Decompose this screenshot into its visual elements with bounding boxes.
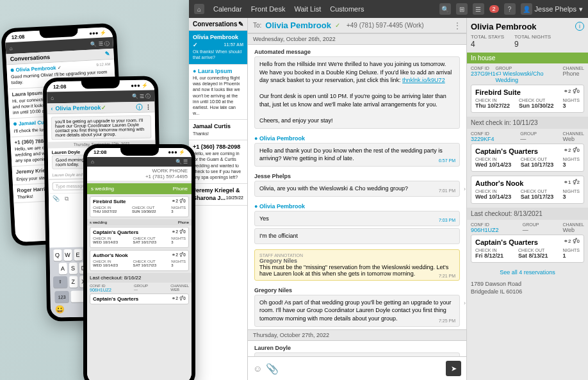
status-in-house: In house: [467, 53, 588, 63]
staff-annotation: STAFF ANNOTATIONGregory NilesThis must b…: [254, 249, 460, 281]
info-icon[interactable]: i: [136, 104, 142, 110]
chat-input-bar: ☺ 📎 ➤: [248, 356, 466, 380]
chat-header: To: Olivia Pembrook✓ +49 (781) 597-4495 …: [248, 18, 466, 33]
message-bubble: you'll be getting an upgrade to your roo…: [51, 115, 152, 140]
work-phone: +1 (781) 597-4495: [91, 174, 188, 179]
emoji-icon[interactable]: ☺: [253, 363, 262, 374]
guest-name: Olivia Pembrook: [471, 22, 584, 31]
more-icon[interactable]: ⋮: [453, 21, 461, 30]
attach-icon[interactable]: 📎: [53, 195, 60, 202]
work-phone-label: WORK PHONE: [91, 168, 188, 174]
nav-frontdesk[interactable]: Front Desk: [251, 5, 286, 13]
phone-mockup-3: 12:08●●● ⚡ ⌂🔍 ☰ WORK PHONE+1 (781) 597-4…: [83, 144, 195, 380]
more-icon[interactable]: ⋮: [145, 104, 151, 110]
top-nav: ⌂ Calendar Front Desk Wait List Customer…: [189, 0, 588, 18]
home-icon[interactable]: ⌂: [91, 159, 94, 165]
conf-id[interactable]: 3229KF4: [471, 136, 494, 142]
back-icon[interactable]: ‹: [51, 105, 53, 112]
sender-olivia: Olivia Pembrook: [259, 203, 305, 210]
search-icon[interactable]: 🔍: [439, 3, 451, 15]
info-icon[interactable]: i: [575, 22, 584, 31]
contact-name[interactable]: Olivia Pembrook: [55, 104, 101, 112]
room-card[interactable]: Captain's Quarters⚭2 ⚥0CHECK INWed 10/14…: [471, 144, 584, 172]
conversation-item[interactable]: +1 (360) 788-2098Hello, we are coming in…: [189, 140, 247, 184]
list-icon[interactable]: ☰: [473, 3, 484, 15]
status-icons: ●●● ⚡: [89, 29, 106, 36]
chat-body[interactable]: Wednesday, October 26th, 2022 Automated …: [248, 33, 466, 356]
nights-value: 9: [514, 40, 551, 49]
conversations-title: Conversations: [10, 54, 50, 62]
sender-automated: Automated message: [254, 47, 460, 56]
last-checkout: Last checkout: 8/13/2021: [467, 208, 588, 220]
last-checkout: Last checkout: 8/16/22: [87, 273, 192, 283]
calc-icon[interactable]: ⊞: [456, 3, 468, 15]
contact-name[interactable]: Olivia Pembrook: [265, 21, 331, 30]
sender-lauren: Lauren Doyle: [254, 343, 460, 352]
message-bubble: Good morning Olivia! I'll be upgrading y…: [254, 352, 460, 357]
notification-badge[interactable]: 2: [489, 5, 499, 13]
room-card[interactable]: Firebird Suite⚭2 ⚥0CHECK INThu 10/27/22C…: [90, 196, 189, 217]
home-icon[interactable]: ⌂: [51, 95, 54, 101]
room-card[interactable]: Captain's Quarters⚭2 ⚥0CHECK INWed 10/14…: [90, 227, 189, 248]
help-icon[interactable]: ?: [504, 3, 516, 15]
to-label: To:: [253, 22, 261, 29]
message-bubble: Hello from the Hillside Inn! We're thril…: [254, 56, 460, 129]
conversation-item[interactable]: Jeremy Kriegel & Sharona J...10/25/22: [189, 184, 247, 206]
desktop-app: ⌂ Calendar Front Desk Wait List Customer…: [189, 0, 588, 380]
contact-phone: +49 (781) 597-4495 (Work): [347, 22, 424, 29]
home-icon[interactable]: ⌂: [10, 45, 13, 51]
nav-waitlist[interactable]: Wait List: [294, 5, 321, 13]
icons[interactable]: 🔍 ☰ ⓘ: [90, 40, 110, 48]
reservation-link[interactable]: thnklnk.io/k9U72: [402, 77, 445, 83]
conversations-title: Conversations: [193, 21, 237, 28]
stays-value: 4: [471, 40, 504, 49]
nav-customers[interactable]: Customers: [330, 5, 364, 13]
guest-panel: i Olivia Pembrook TOTAL STAYS4 TOTAL NIG…: [466, 18, 588, 380]
conf-id[interactable]: 906H1UZ2: [471, 227, 499, 233]
compose-icon[interactable]: ✎: [104, 51, 110, 57]
verified-icon: ✓: [335, 22, 340, 29]
conf-id[interactable]: 237G9H1: [471, 70, 496, 77]
nav-calendar[interactable]: Calendar: [213, 5, 242, 13]
template-icon[interactable]: ⧉: [65, 195, 69, 202]
see-all-link[interactable]: See all 4 reservations: [471, 267, 584, 278]
message-bubble: Olivia, are you with the Wieslowski & Ch…: [254, 181, 460, 197]
next-checkin: Next check in: 10/11/23: [467, 117, 588, 129]
user-menu[interactable]: 👤Jesse Phelps ▾: [521, 3, 583, 15]
message-bubble: I'm the officiant: [254, 228, 460, 244]
date-divider: Thursday, October 27th, 2022: [248, 329, 466, 341]
status-wedding: s wedding: [91, 186, 114, 192]
room-card[interactable]: Captain's Quarters⚭2 ⚥0CHECK INFri 8/12/…: [471, 235, 584, 263]
sender-gregory: Gregory Niles: [254, 286, 460, 295]
conversations-column: Conversations✎ Olivia Pembrook ✓11:57 AM…: [189, 18, 248, 380]
room-card[interactable]: Captain's Quarters⚭2 ⚥0: [90, 293, 189, 304]
status-time: 12:08: [12, 34, 25, 40]
chat-column: To: Olivia Pembrook✓ +49 (781) 597-4495 …: [248, 18, 466, 380]
group-link[interactable]: Wieslowski/Cho Wedding: [496, 70, 544, 83]
compose-icon[interactable]: ✎: [238, 21, 243, 28]
room-card[interactable]: Firebird Suite⚭2 ⚥0CHECK INThu 10/27/22C…: [471, 85, 584, 113]
channel: Phone: [173, 186, 188, 192]
status-time: 12:08: [53, 83, 67, 89]
conversation-item[interactable]: Jamaal CurtisThanks!: [189, 120, 247, 140]
attach-icon[interactable]: 📎: [266, 363, 279, 375]
sender-jesse: Jesse Phelps: [254, 172, 460, 181]
message-bubble: Yes7:03 PM: [254, 211, 460, 227]
conversation-item[interactable]: ● Laura IpsumHi, our connecting flight w…: [189, 65, 247, 120]
guest-address: 1789 Dawson RoadBridgedale IL 60106: [471, 278, 584, 298]
channel: Phone: [563, 70, 580, 77]
date-divider: Wednesday, October 26th, 2022: [248, 33, 466, 45]
status-time: 12:08: [94, 149, 106, 155]
room-card[interactable]: Author's Nook⚭1 ⚥2CHECK INWed 10/14/23CH…: [471, 176, 584, 204]
room-card[interactable]: Author's Nook⚭2 ⚥0CHECK INWed 10/14/23CH…: [90, 250, 189, 271]
message-bubble: Hello and thank you! Do you know when th…: [254, 143, 460, 167]
home-icon[interactable]: ⌂: [194, 4, 204, 14]
conversation-item[interactable]: Olivia Pembrook ✓11:57 AMOk thanks! When…: [189, 31, 247, 65]
nights-label: TOTAL NIGHTS: [514, 34, 551, 40]
send-button[interactable]: ➤: [446, 361, 461, 376]
message-bubble: Oh good! As part of that wedding group y…: [254, 295, 460, 327]
stays-label: TOTAL STAYS: [471, 34, 504, 40]
sender-olivia: Olivia Pembrook: [259, 135, 305, 142]
